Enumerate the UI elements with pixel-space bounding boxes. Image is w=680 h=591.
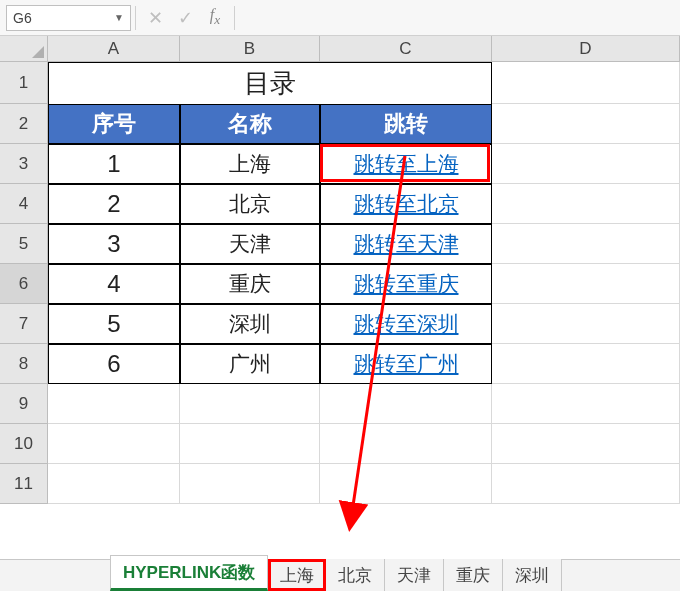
seq-cell[interactable]: 6 (48, 344, 180, 384)
name-box-dropdown-icon[interactable]: ▼ (114, 12, 124, 23)
hyperlink-cell[interactable]: 跳转至北京 (354, 190, 459, 218)
cell[interactable] (180, 424, 320, 464)
seq-cell[interactable]: 2 (48, 184, 180, 224)
row-header-3[interactable]: 3 (0, 144, 48, 184)
table-header[interactable]: 序号 (48, 104, 180, 144)
sheet-tab[interactable]: 北京 (326, 559, 385, 591)
cell[interactable] (492, 224, 680, 264)
separator (135, 6, 136, 30)
name-cell[interactable]: 广州 (180, 344, 320, 384)
row-header-6[interactable]: 6 (0, 264, 48, 304)
cell[interactable] (492, 144, 680, 184)
link-cell[interactable]: 跳转至上海 (320, 144, 492, 184)
row-header-9[interactable]: 9 (0, 384, 48, 424)
cell[interactable] (492, 304, 680, 344)
formula-input[interactable] (239, 6, 680, 30)
link-cell[interactable]: 跳转至北京 (320, 184, 492, 224)
separator (234, 6, 235, 30)
spreadsheet-grid: ABCD 1234567891011 目录序号名称跳转1上海跳转至上海2北京跳转… (0, 36, 680, 559)
seq-cell[interactable]: 3 (48, 224, 180, 264)
cell[interactable] (48, 464, 180, 504)
link-cell[interactable]: 跳转至广州 (320, 344, 492, 384)
cancel-icon: ✕ (140, 7, 170, 29)
select-all-corner[interactable] (0, 36, 48, 62)
row-header-11[interactable]: 11 (0, 464, 48, 504)
sheet-tab[interactable]: 上海 (268, 559, 326, 591)
name-cell[interactable]: 天津 (180, 224, 320, 264)
row-header-10[interactable]: 10 (0, 424, 48, 464)
cell[interactable] (492, 424, 680, 464)
seq-cell[interactable]: 1 (48, 144, 180, 184)
row-header-1[interactable]: 1 (0, 62, 48, 104)
sheet-tab[interactable]: 深圳 (503, 559, 562, 591)
cell[interactable] (492, 184, 680, 224)
cell[interactable] (492, 384, 680, 424)
title-cell[interactable]: 目录 (48, 62, 492, 104)
cell[interactable] (320, 424, 492, 464)
cell[interactable] (492, 264, 680, 304)
sheet-tab-bar: HYPERLINK函数上海北京天津重庆深圳 (0, 559, 680, 591)
row-header-5[interactable]: 5 (0, 224, 48, 264)
hyperlink-cell[interactable]: 跳转至深圳 (354, 310, 459, 338)
cell[interactable] (180, 384, 320, 424)
hyperlink-cell[interactable]: 跳转至天津 (354, 230, 459, 258)
cell[interactable] (180, 464, 320, 504)
table-header[interactable]: 跳转 (320, 104, 492, 144)
row-header-4[interactable]: 4 (0, 184, 48, 224)
cell[interactable] (48, 384, 180, 424)
sheet-tab[interactable]: 天津 (385, 559, 444, 591)
column-header-A[interactable]: A (48, 36, 180, 62)
sheet-tab[interactable]: 重庆 (444, 559, 503, 591)
row-header-2[interactable]: 2 (0, 104, 48, 144)
hyperlink-cell[interactable]: 跳转至重庆 (354, 270, 459, 298)
hyperlink-cell[interactable]: 跳转至上海 (354, 150, 459, 178)
name-cell[interactable]: 深圳 (180, 304, 320, 344)
formula-bar: G6 ▼ ✕ ✓ fx (0, 0, 680, 36)
cell[interactable] (492, 62, 680, 104)
name-cell[interactable]: 重庆 (180, 264, 320, 304)
cell[interactable] (492, 464, 680, 504)
cell[interactable] (492, 344, 680, 384)
column-header-D[interactable]: D (492, 36, 680, 62)
cell[interactable] (492, 104, 680, 144)
seq-cell[interactable]: 5 (48, 304, 180, 344)
link-cell[interactable]: 跳转至天津 (320, 224, 492, 264)
row-header-7[interactable]: 7 (0, 304, 48, 344)
row-header-8[interactable]: 8 (0, 344, 48, 384)
name-cell[interactable]: 上海 (180, 144, 320, 184)
column-header-C[interactable]: C (320, 36, 492, 62)
cell[interactable] (320, 464, 492, 504)
link-cell[interactable]: 跳转至深圳 (320, 304, 492, 344)
seq-cell[interactable]: 4 (48, 264, 180, 304)
name-cell[interactable]: 北京 (180, 184, 320, 224)
hyperlink-cell[interactable]: 跳转至广州 (354, 350, 459, 378)
link-cell[interactable]: 跳转至重庆 (320, 264, 492, 304)
confirm-icon: ✓ (170, 7, 200, 29)
column-header-B[interactable]: B (180, 36, 320, 62)
fx-icon[interactable]: fx (200, 6, 230, 28)
name-box-value: G6 (13, 10, 32, 26)
name-box[interactable]: G6 ▼ (6, 5, 131, 31)
sheet-tab[interactable]: HYPERLINK函数 (110, 555, 268, 591)
table-header[interactable]: 名称 (180, 104, 320, 144)
cell[interactable] (48, 424, 180, 464)
cell[interactable] (320, 384, 492, 424)
